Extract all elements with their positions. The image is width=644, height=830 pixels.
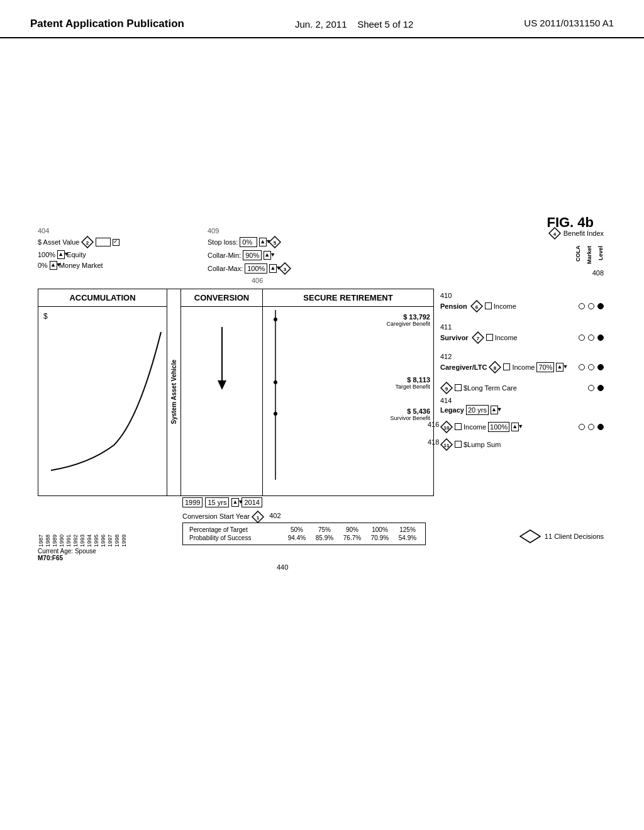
prob-val-1: 85.9% xyxy=(313,534,336,541)
ltc-checkbox[interactable] xyxy=(455,384,462,391)
collar-max-input[interactable]: 100% xyxy=(245,263,267,274)
collar-min-input[interactable]: 90% xyxy=(243,250,262,260)
year-1994: 1994 xyxy=(86,534,92,547)
ref412: 412 xyxy=(440,353,452,360)
legacy-years-input[interactable]: 20 yrs xyxy=(466,405,489,415)
pension-radio-1[interactable] xyxy=(579,303,585,309)
target-label: Target Benefit xyxy=(395,384,430,390)
ref411: 411 xyxy=(440,323,452,331)
main-content: FIG. 4b 404 $ Asset Value 2 100% ▲▼ xyxy=(0,38,644,604)
conv-start-year: 1999 xyxy=(182,497,203,507)
survivor-income-label: Income xyxy=(495,334,518,341)
conversion-arrow xyxy=(213,327,231,390)
ref10-diamond: 10 xyxy=(440,421,453,433)
equity-row: 100% ▲▼ Equity xyxy=(38,250,119,259)
ref8-diamond: 8 xyxy=(489,361,501,374)
col-header-market: Market xyxy=(586,246,592,268)
caregiver-radio-1[interactable] xyxy=(579,364,585,370)
header-sheet: Sheet 5 of 12 xyxy=(357,19,413,30)
ref404-label: 404 xyxy=(38,227,119,235)
stop-loss-input[interactable]: 0% xyxy=(240,237,257,247)
legacy-income-row: 10 Income 100% ▲▼ xyxy=(440,421,604,433)
legacy-spinner[interactable]: ▲▼ xyxy=(491,406,498,414)
year-1988: 1988 xyxy=(45,534,51,547)
stop-loss-spinner[interactable]: ▲▼ xyxy=(259,238,267,246)
asset-value-label: $ Asset Value xyxy=(38,238,79,246)
legacy-radio-3[interactable] xyxy=(597,424,604,430)
prob-val-0: 94.4% xyxy=(286,534,308,541)
svg-point-12 xyxy=(274,380,277,384)
ref402-label: 402 xyxy=(269,512,280,519)
survivor-radio-1[interactable] xyxy=(579,335,585,341)
year-1990: 1990 xyxy=(58,534,65,547)
money-market-row: 0% ▲▼ Money Market xyxy=(38,261,119,270)
legacy-income-pct[interactable]: 100% xyxy=(488,422,509,432)
collar-max-spinner[interactable]: ▲▼ xyxy=(269,264,277,273)
age-value: M70:F65 xyxy=(38,555,96,562)
ref5-diamond: 5 xyxy=(269,236,281,248)
caregiver-spinner[interactable]: ▲▼ xyxy=(556,363,564,372)
survivor-radio-3[interactable] xyxy=(597,335,604,341)
control-group-mid: 409 Stop loss: 0% ▲▼ 5 Collar-Min: 90% ▲… xyxy=(208,227,291,284)
ref414: 414 xyxy=(440,397,452,404)
col-header-cola: COLA xyxy=(575,246,581,268)
collar-min-spinner[interactable]: ▲▼ xyxy=(264,251,271,260)
pension-row: Pension 6 Income xyxy=(440,300,604,313)
decisions-text: 11 Client Decisions xyxy=(545,533,604,540)
legacy-row: Legacy 20 yrs ▲▼ xyxy=(440,405,604,415)
pension-label: Pension xyxy=(440,302,467,310)
svg-text:7: 7 xyxy=(476,336,479,341)
caregiver-benefit: $ 13,792 Caregiver Benefit xyxy=(386,313,430,327)
prob-label: Probability of Success xyxy=(189,534,280,541)
lump-sum-checkbox[interactable] xyxy=(455,441,462,448)
diagram-area: 404 $ Asset Value 2 100% ▲▼ Equity 0% xyxy=(38,227,604,592)
asset-value-input[interactable] xyxy=(96,238,111,246)
checkbox-icon[interactable] xyxy=(113,238,119,246)
conversion-header: CONVERSION xyxy=(181,289,262,307)
duration-spinner[interactable]: ▲▼ xyxy=(231,498,239,507)
svg-marker-28 xyxy=(520,530,540,543)
ltc-radio-1[interactable] xyxy=(588,385,594,391)
legacy-income-spinner[interactable]: ▲▼ xyxy=(511,423,519,431)
caregiver-pct-input[interactable]: 70% xyxy=(536,362,554,372)
asset-value-row: $ Asset Value 2 xyxy=(38,236,119,248)
system-asset-vehicle: System Asset Vehicle xyxy=(167,289,181,495)
current-age-label: Current Age: Spouse xyxy=(38,548,96,555)
legacy-radio-2[interactable] xyxy=(588,424,594,430)
caregiver-checkbox[interactable] xyxy=(503,363,510,370)
ref9-diamond: 9 xyxy=(440,382,453,394)
year-1999: 1999 xyxy=(121,534,127,547)
ref409-label: 409 xyxy=(208,227,291,235)
caregiver-radio-3[interactable] xyxy=(597,364,604,370)
svg-point-11 xyxy=(274,318,277,321)
caregiver-radio-2[interactable] xyxy=(588,364,594,370)
money-market-spinner[interactable]: ▲▼ xyxy=(50,261,57,270)
collar-max-label: Collar-Max: xyxy=(208,265,243,272)
svg-text:2: 2 xyxy=(86,240,89,246)
accumulation-content: $ xyxy=(38,307,167,483)
ref11-diamond: 11 xyxy=(440,438,453,451)
svg-point-13 xyxy=(274,412,277,416)
survivor-label: Survivor Benefit xyxy=(390,415,430,421)
year-1989: 1989 xyxy=(52,534,58,547)
legacy-radio-1[interactable] xyxy=(579,424,585,430)
header-center: Jun. 2, 2011 Sheet 5 of 12 xyxy=(295,18,414,32)
header-title: Patent Application Publication xyxy=(30,18,184,30)
equity-spinner[interactable]: ▲▼ xyxy=(57,250,65,259)
pension-radio-2[interactable] xyxy=(588,303,594,309)
survivor-value: $ 5,436 xyxy=(390,407,430,415)
legacy-income-label: Income xyxy=(464,423,486,431)
caregiver-ltc-label: Caregiver/LTC xyxy=(440,363,487,371)
survivor-checkbox[interactable] xyxy=(486,334,493,341)
prob-val-2: 76.7% xyxy=(341,534,364,541)
collar-max-row: Collar-Max: 100% ▲▼ 3 xyxy=(208,262,291,275)
caregiver-value: $ 13,792 xyxy=(386,313,430,321)
lump-sum-label: $Lump Sum xyxy=(464,441,501,448)
pension-checkbox[interactable] xyxy=(485,302,492,309)
svg-text:10: 10 xyxy=(444,425,450,431)
legacy-income-checkbox[interactable] xyxy=(455,423,462,430)
pension-radio-3[interactable] xyxy=(597,303,604,309)
survivor-radio-2[interactable] xyxy=(588,335,594,341)
ltc-radio-2[interactable] xyxy=(597,385,604,391)
year-1996: 1996 xyxy=(100,534,106,547)
